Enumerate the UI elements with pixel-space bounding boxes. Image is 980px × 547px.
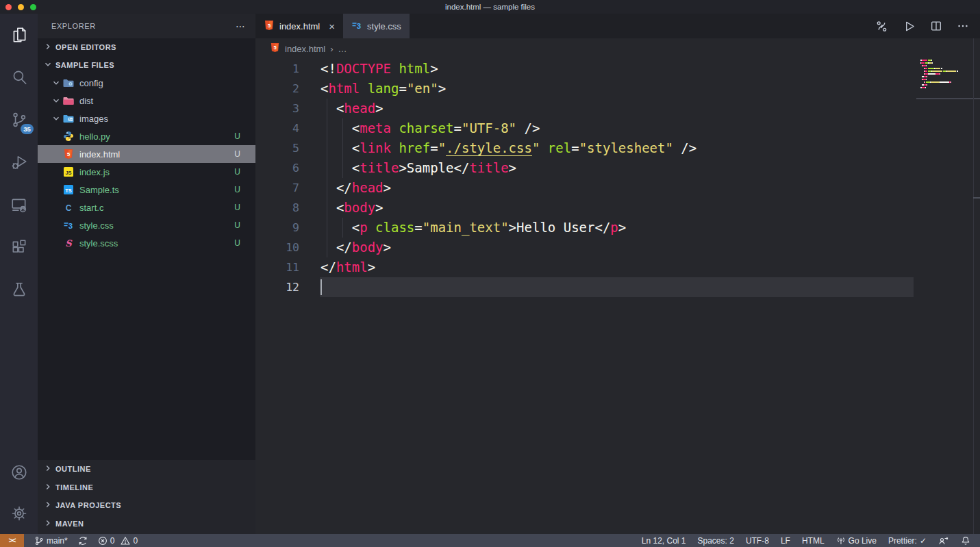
code-line-1[interactable]: 1<!DOCTYPE html> (255, 59, 913, 79)
breadcrumb-more[interactable]: … (338, 44, 347, 54)
line-number[interactable]: 11 (255, 257, 299, 277)
status-bar: >< main* 0 0 Ln 12, Col 1 Spaces: 2 UTF-… (0, 534, 980, 547)
files-icon (10, 26, 28, 44)
explorer-more-actions-button[interactable]: ⋯ (236, 21, 246, 31)
sync-button[interactable] (78, 536, 88, 546)
go-live-button[interactable]: Go Live (836, 536, 877, 546)
section-maven[interactable]: MAVEN (38, 515, 255, 533)
indentation-button[interactable]: Spaces: 2 (698, 536, 734, 546)
svg-text:JS: JS (65, 170, 71, 176)
activity-remote-explorer[interactable] (0, 183, 38, 226)
more-actions-icon[interactable] (957, 20, 969, 32)
css-icon: 3 (63, 220, 75, 231)
code-line-5[interactable]: 5 <link href="./style.css" rel="styleshe… (255, 138, 913, 158)
tree-item-hello.py[interactable]: hello.pyU (38, 127, 255, 145)
activity-explorer[interactable] (0, 14, 38, 56)
code-editor[interactable]: 1<!DOCTYPE html>2<html lang="en">3 <head… (255, 59, 913, 297)
tree-item-style.scss[interactable]: Sstyle.scssU (38, 234, 255, 252)
code-line-12[interactable]: 12 (255, 277, 913, 297)
feedback-button[interactable] (938, 536, 949, 546)
open-changes-icon[interactable] (875, 20, 888, 33)
chevron-down-icon (51, 78, 63, 88)
line-number[interactable]: 9 (255, 218, 299, 238)
code-text: <title>Sample</title> (299, 158, 516, 178)
tree-item-style.css[interactable]: 3style.cssU (38, 216, 255, 234)
close-tab-icon[interactable]: × (329, 21, 335, 32)
code-text: <meta charset="UTF-8" /> (299, 118, 540, 138)
line-number[interactable]: 1 (255, 59, 299, 79)
tree-item-Sample.ts[interactable]: TSSample.tsU (38, 181, 255, 199)
line-number[interactable]: 7 (255, 178, 299, 198)
code-line-4[interactable]: 4 <meta charset="UTF-8" /> (255, 118, 913, 138)
scrollbar-thumb[interactable] (973, 197, 980, 199)
line-number[interactable]: 10 (255, 238, 299, 257)
tree-item-index.js[interactable]: JSindex.jsU (38, 163, 255, 181)
tab-index.html[interactable]: 5index.html× (255, 14, 343, 38)
code-line-8[interactable]: 8 <body> (255, 198, 913, 218)
text-cursor (321, 279, 322, 295)
code-text: </head> (299, 178, 391, 198)
remote-indicator-button[interactable]: >< (0, 534, 24, 547)
tree-item-label: style.scss (79, 238, 118, 249)
tree-item-start.c[interactable]: Cstart.cU (38, 199, 255, 216)
code-line-6[interactable]: 6 <title>Sample</title> (255, 158, 913, 178)
chevron-down-icon (51, 114, 63, 123)
run-play-icon[interactable] (903, 20, 916, 33)
check-icon: ✓ (920, 536, 927, 546)
tree-item-label: index.html (79, 149, 120, 160)
section-java-projects[interactable]: JAVA PROJECTS (38, 496, 255, 515)
code-text (299, 277, 321, 297)
section-timeline[interactable]: TIMELINE (38, 479, 255, 497)
section-sample-files[interactable]: SAMPLE FILES (38, 56, 255, 74)
minimap[interactable] (916, 59, 974, 92)
line-number[interactable]: 3 (255, 99, 299, 118)
code-text: </html> (299, 257, 375, 277)
line-number[interactable]: 8 (255, 198, 299, 218)
code-line-2[interactable]: 2<html lang="en"> (255, 79, 913, 99)
line-number[interactable]: 12 (255, 277, 299, 297)
code-line-3[interactable]: 3 <head> (255, 99, 913, 118)
title-bar: index.html — sample files (0, 0, 980, 14)
svg-text:5: 5 (268, 23, 271, 29)
chevron-down-icon (51, 96, 63, 105)
tree-item-index.html[interactable]: 5index.htmlU (38, 145, 255, 163)
problems-button[interactable]: 0 0 (98, 536, 138, 546)
activity-extensions[interactable] (0, 226, 38, 268)
activity-source-control[interactable]: 35 (0, 99, 38, 141)
encoding-button[interactable]: UTF-8 (746, 536, 769, 546)
activity-accounts[interactable] (0, 452, 38, 493)
cursor-position-button[interactable]: Ln 12, Col 1 (642, 536, 686, 546)
activity-settings[interactable] (0, 493, 38, 534)
activity-testing[interactable] (0, 268, 38, 311)
section-outline[interactable]: OUTLINE (38, 460, 255, 479)
error-icon (98, 536, 108, 546)
code-line-7[interactable]: 7 </head> (255, 178, 913, 198)
tree-item-images[interactable]: images (38, 110, 255, 127)
split-editor-icon[interactable] (930, 20, 942, 32)
code-line-10[interactable]: 10 </body> (255, 238, 913, 257)
section-open-editors[interactable]: OPEN EDITORS (38, 38, 255, 56)
tree-item-config[interactable]: config (38, 74, 255, 92)
tab-style.css[interactable]: 3style.css (343, 14, 410, 38)
breadcrumb-file[interactable]: index.html (285, 44, 325, 54)
ts-icon: TS (63, 184, 75, 195)
minimap-slider-edge (916, 98, 980, 99)
language-mode-button[interactable]: HTML (802, 536, 825, 546)
activity-search[interactable] (0, 56, 38, 99)
code-line-9[interactable]: 9 <p class="main_text">Hello User</p> (255, 218, 913, 238)
code-line-11[interactable]: 11</html> (255, 257, 913, 277)
tree-item-dist[interactable]: dist (38, 92, 255, 110)
notifications-button[interactable] (961, 536, 970, 546)
line-number[interactable]: 5 (255, 138, 299, 158)
activity-run-and-debug[interactable] (0, 141, 38, 183)
tree-item-label: dist (79, 96, 93, 106)
line-number[interactable]: 2 (255, 79, 299, 99)
prettier-button[interactable]: Prettier: ✓ (888, 536, 927, 546)
beaker-icon (10, 281, 28, 298)
eol-button[interactable]: LF (781, 536, 790, 546)
git-branch-button[interactable]: main* (34, 536, 68, 546)
line-number[interactable]: 4 (255, 118, 299, 138)
line-number[interactable]: 6 (255, 158, 299, 178)
git-status-badge: U (234, 203, 240, 212)
code-text: <head> (299, 99, 384, 118)
